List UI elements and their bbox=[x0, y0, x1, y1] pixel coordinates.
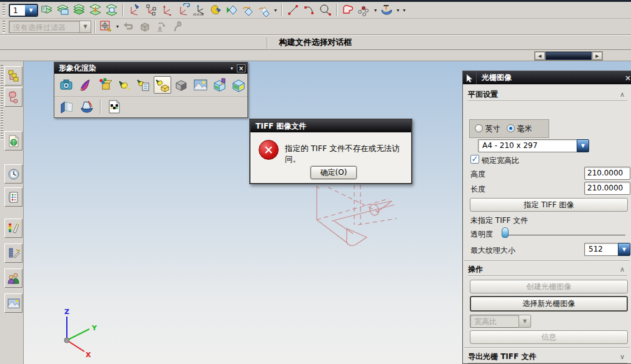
select-new-raster-button[interactable]: 选择新光栅图像 bbox=[470, 296, 628, 312]
selection-filter-arrow-icon[interactable]: ▼ bbox=[79, 21, 91, 32]
radio-mm[interactable]: 毫米 bbox=[507, 124, 532, 134]
palette-icon[interactable] bbox=[4, 219, 22, 238]
transparency-slider-handle[interactable] bbox=[502, 227, 509, 238]
tools-icon[interactable] bbox=[4, 243, 22, 263]
roles-icon[interactable] bbox=[4, 268, 22, 288]
transparency-slider-track[interactable] bbox=[502, 235, 625, 235]
more-tools-dropdown-icon[interactable]: ▾ bbox=[402, 7, 407, 13]
layer-visible-in-view-icon[interactable] bbox=[56, 2, 71, 17]
scroll-left-button[interactable]: ◀ bbox=[535, 52, 545, 60]
visual-effects-icon[interactable] bbox=[211, 76, 229, 94]
max-texture-combo[interactable]: 512 ▼ bbox=[584, 243, 630, 256]
toolbar-options-dropdown-icon[interactable]: ▾ bbox=[231, 66, 233, 71]
expand-chevron-icon[interactable]: ∨ bbox=[617, 353, 627, 361]
toolbar-separator bbox=[336, 4, 337, 16]
pan-view-icon[interactable] bbox=[257, 2, 272, 17]
plane-settings-header[interactable]: 平面设置 ∧ bbox=[468, 88, 627, 101]
csys-axes-icon[interactable] bbox=[159, 2, 174, 17]
panel-titlebar[interactable]: 光栅图像 × bbox=[463, 71, 631, 84]
toolbar-grip[interactable] bbox=[2, 21, 5, 33]
render-style-icon[interactable] bbox=[208, 2, 223, 17]
collapse-chevron-icon[interactable]: ∧ bbox=[617, 265, 627, 273]
paper-size-value[interactable]: A4 - 210 x 297 bbox=[478, 139, 577, 152]
history-icon[interactable] bbox=[4, 164, 22, 184]
aspect-ratio-combo[interactable]: 宽高比 ▼ bbox=[470, 315, 531, 328]
height-field[interactable]: 210.0000 bbox=[584, 167, 630, 180]
toolbar-close-icon[interactable]: × bbox=[237, 64, 246, 72]
profile-tool-icon[interactable] bbox=[340, 2, 355, 17]
quality-image-icon[interactable] bbox=[106, 98, 123, 116]
datum-csys-preview[interactable] bbox=[309, 180, 403, 247]
copy-to-layer-icon[interactable] bbox=[104, 2, 119, 17]
spline-tool-icon[interactable] bbox=[357, 2, 372, 17]
undo-icon[interactable] bbox=[121, 19, 136, 34]
advanced-lights-icon[interactable] bbox=[134, 76, 152, 94]
curve-dropdown-icon[interactable]: ▾ bbox=[373, 7, 378, 13]
trim-dropdown-icon[interactable]: ▾ bbox=[395, 7, 400, 13]
dialog-titlebar[interactable]: TIFF 图像文件 bbox=[251, 120, 411, 132]
info-button[interactable]: 信息 bbox=[470, 330, 628, 344]
layer-combo[interactable]: 1 ▼ bbox=[9, 4, 38, 17]
csys-points-icon[interactable] bbox=[143, 2, 158, 17]
dialog-ok-button[interactable]: 确定(O) bbox=[311, 166, 357, 179]
specify-tiff-button[interactable]: 指定 TIFF 图像 bbox=[470, 198, 628, 212]
edit-section-icon[interactable] bbox=[78, 98, 96, 116]
trim-sheet-icon[interactable] bbox=[379, 2, 394, 17]
gallery-icon[interactable] bbox=[4, 293, 22, 313]
layer-category-icon[interactable] bbox=[72, 2, 87, 17]
notebook-icon[interactable] bbox=[4, 187, 22, 207]
rotate-view-icon[interactable] bbox=[241, 2, 256, 17]
layer-settings-icon[interactable] bbox=[39, 2, 54, 17]
web-browser-icon[interactable] bbox=[4, 131, 22, 150]
radio-mm-circle[interactable] bbox=[507, 124, 515, 132]
photo-render-icon[interactable] bbox=[58, 76, 76, 94]
radio-inch-label: 英寸 bbox=[485, 124, 500, 133]
wcs-origin-icon[interactable]: (0.0.0) bbox=[192, 2, 207, 17]
circle-tool-icon[interactable] bbox=[318, 2, 333, 17]
artistic-render-icon[interactable] bbox=[77, 76, 95, 94]
selection-filter-value[interactable]: 没有选择过滤器 bbox=[9, 21, 79, 32]
move-to-layer-icon[interactable] bbox=[88, 2, 103, 17]
layer-combo-value[interactable]: 1 bbox=[10, 5, 25, 16]
paper-size-combo[interactable]: A4 - 210 x 297 ▼ bbox=[478, 139, 589, 152]
collapse-chevron-icon[interactable]: ∧ bbox=[617, 91, 627, 99]
max-texture-arrow-icon[interactable]: ▼ bbox=[618, 243, 630, 256]
length-field[interactable]: 210.0000 bbox=[584, 182, 630, 195]
paper-size-arrow-icon[interactable]: ▼ bbox=[577, 139, 589, 152]
export-tiff-header[interactable]: 导出光栅 TIFF 文件 ∨ bbox=[468, 350, 627, 363]
selection-filter-combo[interactable]: 没有选择过滤器 ▼ bbox=[9, 21, 91, 33]
csys-light-icon[interactable] bbox=[127, 2, 142, 17]
assembly-navigator-icon[interactable] bbox=[4, 66, 22, 86]
render-dropdown-icon[interactable]: ▾ bbox=[273, 7, 278, 13]
line-tool-icon[interactable] bbox=[286, 2, 301, 17]
snap-point-icon[interactable] bbox=[99, 19, 114, 34]
constraint-navigator-icon[interactable] bbox=[4, 87, 22, 107]
arc-tool-icon[interactable] bbox=[302, 2, 317, 17]
toolbar-grip[interactable] bbox=[2, 4, 5, 16]
layer-combo-arrow-icon[interactable]: ▼ bbox=[25, 5, 37, 16]
max-texture-value[interactable]: 512 bbox=[584, 243, 618, 256]
horizontal-scrollbar[interactable]: ◀ ▶ bbox=[534, 51, 603, 61]
scene-lights-icon[interactable] bbox=[154, 76, 171, 94]
shadow-cube-icon[interactable] bbox=[173, 76, 191, 94]
section-view-icon[interactable] bbox=[58, 98, 76, 116]
radio-inch[interactable]: 英寸 bbox=[475, 124, 500, 134]
create-raster-button[interactable]: 创建光栅图像 bbox=[470, 280, 628, 293]
background-image-icon[interactable] bbox=[192, 76, 209, 94]
aspect-ratio-arrow-icon[interactable]: ▼ bbox=[519, 315, 531, 328]
basic-lights-icon[interactable] bbox=[116, 76, 133, 94]
visualize-rendering-titlebar[interactable]: 形象化渲染 ▾ × bbox=[54, 62, 247, 74]
radio-inch-circle[interactable] bbox=[475, 124, 483, 132]
scrollbar-thumb[interactable] bbox=[545, 52, 592, 60]
operations-header[interactable]: 操作 ∧ bbox=[468, 263, 627, 275]
scroll-right-button[interactable]: ▶ bbox=[592, 52, 602, 60]
resource-bar-grip[interactable] bbox=[1, 65, 3, 140]
csys-rotate-icon[interactable] bbox=[176, 2, 191, 17]
lock-aspect-checkbox[interactable]: ✓ bbox=[470, 155, 479, 164]
aspect-ratio-value[interactable]: 宽高比 bbox=[470, 315, 519, 328]
snap-dropdown-icon[interactable]: ▾ bbox=[115, 24, 120, 29]
materials-textures-icon[interactable] bbox=[96, 76, 114, 94]
panel-close-icon[interactable]: × bbox=[625, 74, 631, 82]
shade-view-icon[interactable] bbox=[224, 2, 239, 17]
decal-icon[interactable] bbox=[230, 76, 247, 94]
